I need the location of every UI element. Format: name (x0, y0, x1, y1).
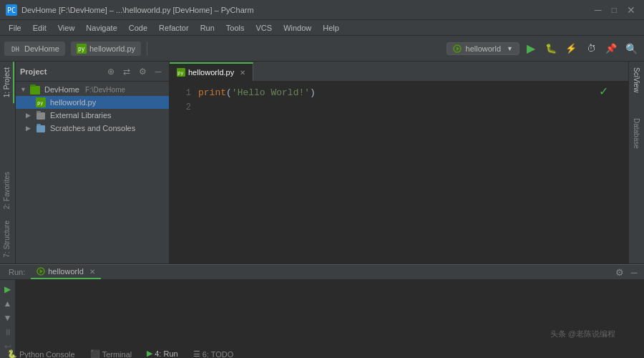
run-settings-btn[interactable]: ⚙ (613, 265, 627, 279)
search-everywhere-button[interactable]: 🔍 (623, 40, 640, 57)
svg-text:py: py (78, 46, 85, 52)
svg-rect-8 (30, 86, 40, 95)
toolbar: DH DevHome py helloworld.py helloworld ▼… (0, 36, 644, 62)
run-icon: ▶ (147, 349, 152, 358)
close-run-tab[interactable]: ✕ (89, 268, 95, 276)
menu-view[interactable]: View (52, 22, 81, 34)
tree-item-ext-libs[interactable]: ▶ External Libraries (16, 109, 169, 122)
menu-window[interactable]: Window (278, 22, 317, 34)
svg-text:py: py (37, 100, 43, 106)
window-controls: ─ □ ✕ (592, 4, 638, 16)
expand-arrow-extlibs: ▶ (26, 112, 33, 119)
menu-help[interactable]: Help (317, 22, 345, 34)
tree-item-helloworld[interactable]: py helloworld.py (16, 96, 169, 109)
tab-terminal[interactable]: ⬛ Terminal (83, 347, 140, 358)
project-title: Project (20, 67, 102, 76)
tab-run[interactable]: ▶ 4: Run (140, 347, 185, 358)
toolbar-file-tab[interactable]: py helloworld.py (71, 42, 141, 56)
pin-button[interactable]: 📌 (602, 40, 620, 57)
todo-label: 6: TODO (203, 350, 234, 359)
svg-rect-14 (36, 125, 45, 132)
close-tab-icon[interactable]: ✕ (240, 69, 245, 77)
menu-navigate[interactable]: Navigate (80, 22, 122, 34)
tree-item-devhome[interactable]: ▼ DevHome F:\DevHome (16, 83, 169, 96)
right-tab-sciview[interactable]: SciView (630, 62, 643, 98)
run-label: Run: (3, 268, 31, 276)
run-close-btn[interactable]: ─ (627, 265, 641, 279)
add-icon[interactable]: ⊕ (104, 65, 117, 78)
menu-edit[interactable]: Edit (27, 22, 52, 34)
tree-item-scratches[interactable]: ▶ Scratches and Consoles (16, 122, 169, 135)
run-expand-btn[interactable]: ≫ (1, 354, 14, 358)
main-layout: 1: Project 2: Favorites 7: Structure Pro… (0, 62, 644, 263)
sidebar-item-favorites[interactable]: 2: Favorites (1, 166, 14, 215)
profile-button[interactable]: ⏱ (582, 40, 600, 57)
menu-tools[interactable]: Tools (220, 22, 250, 34)
svg-marker-19 (40, 269, 44, 274)
expand-arrow-devhome: ▼ (20, 86, 27, 93)
tab-todo[interactable]: ☰ 6: TODO (186, 347, 242, 358)
run-pause-btn[interactable]: ⏸ (1, 326, 14, 339)
menu-vcs[interactable]: VCS (250, 22, 278, 34)
run-tab-bottom-label: 4: Run (155, 349, 177, 358)
project-root-label: DevHome (44, 85, 79, 94)
devhome-label: DevHome (24, 44, 59, 53)
sidebar-item-project[interactable]: 1: Project (1, 62, 14, 103)
svg-rect-13 (36, 111, 41, 113)
run-play-btn[interactable]: ▶ (1, 283, 14, 296)
right-tab-database[interactable]: Database (630, 112, 643, 155)
devhome-button[interactable]: DH DevHome (4, 42, 65, 56)
close-btn[interactable]: ✕ (624, 4, 638, 16)
bottom-panel: Run: helloworld ✕ ⚙ ─ ▶ ▲ ▼ ⏸ ↩ ≫ (0, 263, 644, 346)
toolbar-separator (147, 42, 147, 56)
terminal-label: Terminal (102, 350, 132, 359)
code-paren-close: ) (310, 86, 316, 100)
expand-arrow-scratches: ▶ (26, 125, 33, 132)
code-print-keyword: print (198, 86, 226, 100)
project-header: Project ⊕ ⇄ ⚙ ─ (16, 62, 169, 82)
run-button[interactable]: ▶ (522, 40, 540, 57)
code-line-1: print ( 'Hello World!' ) (198, 86, 628, 100)
helloworld-file-label: helloworld.py (50, 98, 96, 107)
editor-tab-label: helloworld.py (188, 68, 234, 77)
project-panel: Project ⊕ ⇄ ⚙ ─ ▼ DevHome F:\DevHome (16, 62, 170, 263)
svg-rect-9 (30, 84, 36, 87)
menu-run[interactable]: Run (195, 22, 220, 34)
menubar: File Edit View Navigate Code Refactor Ru… (0, 20, 644, 36)
run-tab-helloworld[interactable]: helloworld ✕ (31, 265, 101, 279)
maximize-btn[interactable]: □ (609, 5, 620, 15)
code-editor[interactable]: 1 2 print ( 'Hello World!' ) (170, 82, 628, 263)
editor-tab-helloworld[interactable]: py helloworld.py ✕ (170, 62, 253, 81)
menu-file[interactable]: File (3, 22, 27, 34)
menu-code[interactable]: Code (123, 22, 153, 34)
toolbar-filename: helloworld.py (89, 44, 135, 53)
run-config-label: helloworld (466, 44, 502, 53)
code-content[interactable]: print ( 'Hello World!' ) (198, 86, 628, 259)
run-down-btn[interactable]: ▼ (1, 311, 14, 324)
editor-checkmark: ✓ (599, 84, 608, 98)
python-console-label: Python Console (19, 350, 75, 359)
svg-text:py: py (177, 70, 183, 76)
run-up-btn[interactable]: ▲ (1, 297, 14, 310)
sync-icon[interactable]: ⇄ (120, 65, 133, 78)
run-tab-label: helloworld (48, 267, 84, 276)
code-paren-open: ( (226, 86, 232, 100)
svg-text:DH: DH (11, 46, 19, 53)
title-text: DevHome [F:\DevHome] – ...\helloworld.py… (21, 6, 592, 14)
collapse-icon[interactable]: ─ (152, 65, 165, 78)
run-wrap-btn[interactable]: ↩ (1, 340, 14, 353)
menu-refactor[interactable]: Refactor (153, 22, 195, 34)
line-numbers: 1 2 (170, 86, 198, 259)
run-config-dropdown[interactable]: helloworld ▼ (447, 42, 519, 55)
run-left-buttons: ▶ ▲ ▼ ⏸ ↩ ≫ (0, 280, 16, 358)
run-tabs: Run: helloworld ✕ ⚙ ─ (0, 264, 644, 280)
coverage-button[interactable]: ⚡ (562, 40, 580, 57)
gear-icon[interactable]: ⚙ (136, 65, 149, 78)
debug-button[interactable]: 🐛 (542, 40, 560, 57)
code-line-2 (198, 100, 628, 115)
line-num-2: 2 (170, 100, 191, 115)
minimize-btn[interactable]: ─ (592, 4, 605, 16)
sidebar-item-structure[interactable]: 7: Structure (1, 215, 14, 263)
svg-rect-15 (36, 124, 41, 125)
dropdown-arrow: ▼ (507, 45, 513, 52)
